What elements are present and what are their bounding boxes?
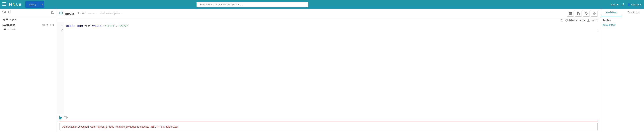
help-icon[interactable]: ? <box>596 19 598 22</box>
tab-assistant[interactable]: Assistant <box>600 9 622 16</box>
svg-rect-2 <box>2 5 6 6</box>
right-panel-tabs: Assistant Functions <box>600 9 644 16</box>
svg-point-15 <box>592 20 593 21</box>
sidebar-top-icons <box>0 9 57 16</box>
run-button[interactable]: ▶ <box>59 115 63 120</box>
error-message: AuthorizationException: User 'fayson_c' … <box>62 125 178 128</box>
svg-rect-10 <box>570 13 571 13</box>
layers-icon[interactable] <box>2 11 6 14</box>
right-panel: Assistant Functions Tables default.test <box>600 9 644 132</box>
svg-rect-4 <box>9 11 11 13</box>
databases-meta: (1) ▼ + ↺ <box>42 24 54 26</box>
database-label: default <box>568 19 576 22</box>
line-number-2: 2 <box>59 28 63 32</box>
tab-functions[interactable]: Functions <box>622 9 644 16</box>
format-dropdown-arrow: ▾ <box>584 19 585 22</box>
query-dropdown-button[interactable]: ▾ <box>40 1 44 8</box>
topbar-right: Jobs ≡ ↺ 👤 fayson_c <box>610 3 642 7</box>
impala-icon <box>59 11 63 16</box>
settings-button[interactable] <box>591 11 598 17</box>
str-val-1: '11111' <box>105 24 116 27</box>
error-panel: AuthorizationException: User 'fayson_c' … <box>59 123 598 130</box>
impala-label: Impala <box>64 12 74 15</box>
history-button[interactable]: ↺ <box>622 3 624 7</box>
svg-rect-16 <box>64 116 66 119</box>
filter-icon[interactable]: ▼ <box>46 24 48 26</box>
search-input[interactable] <box>196 2 308 7</box>
svg-point-13 <box>594 13 595 14</box>
sidebar-back-button[interactable]: ◀ ☰ Impala <box>2 18 54 21</box>
save-document-button[interactable] <box>567 11 574 17</box>
sidebar-nav: ◀ ☰ Impala Databases (1) ▼ + ↺ ☰ default <box>0 16 57 33</box>
execution-time: 0s <box>561 19 564 22</box>
format-dropdown-btn[interactable]: ▾ <box>67 116 68 119</box>
svg-rect-0 <box>2 3 6 3</box>
hue-logo: H ∿ ue <box>9 2 21 7</box>
table-item-default-test[interactable]: default.test <box>603 23 642 27</box>
documents-icon[interactable] <box>51 11 54 14</box>
editor-area: Impala ↺ Add a name... Add a description… <box>57 9 600 132</box>
database-selector[interactable]: default ▾ <box>566 19 577 22</box>
databases-header: Databases (1) ▼ + ↺ <box>2 23 54 27</box>
databases-label: Databases <box>2 23 15 26</box>
main-layout: ◀ ☰ Impala Databases (1) ▼ + ↺ ☰ default <box>0 9 644 132</box>
editor-status-bar: 0s default ▾ text ▾ <box>57 18 600 22</box>
kw-into: INTO <box>76 24 83 27</box>
line-numbers: 1 2 <box>57 22 64 114</box>
kw-values: VALUES <box>92 24 102 27</box>
editor-actions: ▶ ▾ <box>57 114 600 121</box>
user-icon: 👤 <box>627 3 630 6</box>
error-separator <box>59 121 598 121</box>
editor-toolbar: Impala ↺ Add a name... Add a description… <box>57 9 600 18</box>
hamburger-menu-icon[interactable] <box>2 3 6 7</box>
tables-heading: Tables <box>603 19 642 22</box>
topbar: H ∿ ue Query ▾ Jobs ≡ ↺ 👤 fayson_c <box>0 0 644 9</box>
format-button[interactable]: ▾ <box>64 116 68 119</box>
svg-point-14 <box>566 19 568 20</box>
format-selector[interactable]: text ▾ <box>579 19 585 22</box>
line-number-1: 1 <box>59 24 63 28</box>
str-val-2: '22222' <box>117 24 128 27</box>
back-label: Impala <box>10 18 17 21</box>
copy-icon[interactable] <box>8 11 11 14</box>
add-name-placeholder[interactable]: Add a name... <box>80 12 97 15</box>
svg-marker-3 <box>2 11 6 13</box>
time-label: 0s <box>561 19 564 22</box>
user-menu-button[interactable]: 👤 fayson_c <box>627 3 642 6</box>
db-item-label: default <box>8 28 15 31</box>
svg-rect-11 <box>570 14 571 15</box>
query-button[interactable]: Query <box>25 1 40 8</box>
table-name: test <box>84 24 90 27</box>
paren-hint: ( <box>596 28 598 32</box>
jobs-button[interactable]: Jobs ≡ <box>610 3 618 6</box>
add-db-icon[interactable]: + <box>50 24 51 26</box>
right-panel-body: Tables default.test <box>600 16 644 29</box>
editor-toolbar-right <box>567 11 598 17</box>
db-item-icon: ☰ <box>4 28 6 31</box>
db-dropdown-arrow: ▾ <box>576 19 577 22</box>
svg-rect-1 <box>2 4 6 4</box>
jobs-icon: ≡ <box>617 3 618 6</box>
back-arrow-icon: ◀ <box>2 18 4 21</box>
add-description-placeholder[interactable]: Add a description... <box>100 12 122 15</box>
svg-point-12 <box>586 13 586 13</box>
code-editor[interactable]: INSERT INTO test VALUES ('11111','22222'… <box>64 22 600 30</box>
search-box <box>196 2 308 7</box>
tag-button[interactable] <box>583 11 590 17</box>
left-sidebar: ◀ ☰ Impala Databases (1) ▼ + ↺ ☰ default <box>0 9 57 132</box>
download-button[interactable] <box>587 19 590 22</box>
jobs-label: Jobs <box>610 3 616 6</box>
new-document-button[interactable] <box>575 11 582 17</box>
undo-button[interactable]: ↺ <box>76 12 79 15</box>
db-icon: ☰ <box>6 18 8 21</box>
editor-settings-icon[interactable] <box>592 19 594 22</box>
kw-insert: INSERT <box>66 24 75 27</box>
format-label: text <box>579 19 583 22</box>
database-item-default[interactable]: ☰ default <box>2 27 54 32</box>
databases-count: (1) <box>42 24 45 26</box>
refresh-icon[interactable]: ↺ <box>52 24 54 26</box>
username-label: fayson_c <box>631 3 642 6</box>
query-button-group: Query ▾ <box>25 1 44 8</box>
